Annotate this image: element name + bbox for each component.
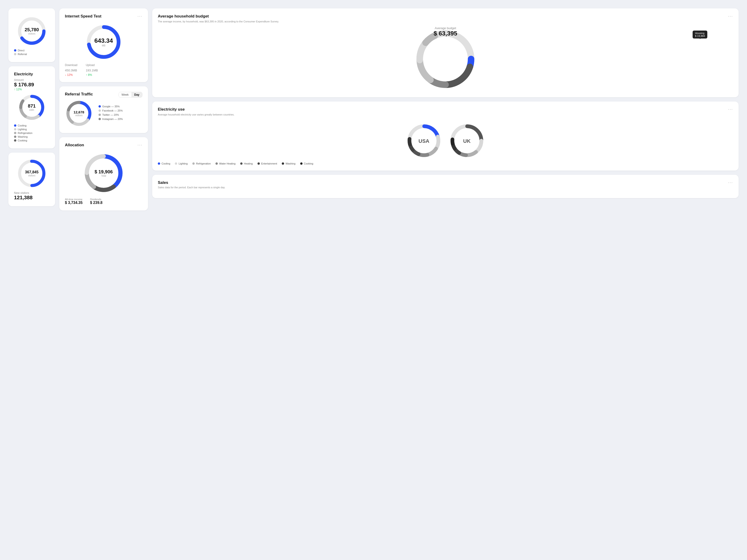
internet-card-header: Internet Speed Test ··· xyxy=(65,14,143,20)
sales-more-button[interactable]: ··· xyxy=(728,180,733,185)
budget-more-button[interactable]: ··· xyxy=(728,14,733,18)
usa-country: USA xyxy=(405,122,443,159)
electricity-legend: Cooling Lighting Refrigeration Washing C… xyxy=(14,124,50,142)
legend-water-heating: Water Heating xyxy=(215,162,235,165)
referral-header-right: Week Day xyxy=(119,92,143,98)
electricity-change: ↑ 12% xyxy=(14,88,50,91)
budget-card: Average household budget The average inc… xyxy=(152,8,739,97)
legend-elec-refrigeration: Refrigeration xyxy=(192,162,211,165)
elec-use-legend: Cooling Lighting Refrigeration Water Hea… xyxy=(158,162,733,165)
download-value: 450.3MB xyxy=(65,67,77,73)
instagram-dot xyxy=(99,118,101,120)
elec-use-title: Electricity use xyxy=(158,107,234,112)
left-column: 25,780 visitors Direct Referral Electric… xyxy=(8,8,55,211)
tab-day[interactable]: Day xyxy=(131,92,142,97)
download-label: Download xyxy=(65,63,77,67)
elec-lighting-dot xyxy=(175,162,177,165)
allocation-stats: All-time income $ 3,734.35 Dividends $ 2… xyxy=(65,198,143,205)
cooling-dot xyxy=(14,124,16,127)
legend-cooking: Cooking xyxy=(14,139,50,142)
sales-header-left: Sales Sales data for the period. Each ba… xyxy=(158,180,225,192)
legend-elec-washing: Washing xyxy=(282,162,295,165)
elec-washing-label: Washing xyxy=(285,162,295,165)
allocation-more-button[interactable]: ··· xyxy=(137,143,143,147)
washing-dot xyxy=(14,136,16,138)
housing-tooltip: Housing $ 19,884 xyxy=(693,31,707,38)
new-visitors-label: New visitors xyxy=(14,191,50,195)
budget-donut-center: Average budget $ 63,395 xyxy=(434,26,457,37)
right-column: Average household budget The average inc… xyxy=(152,8,739,211)
referral-traffic-card: Referral Traffic Week Day xyxy=(59,86,148,133)
internet-donut-svg xyxy=(85,23,122,61)
budget-title: Average household budget xyxy=(158,14,279,19)
budget-header-left: Average household budget The average inc… xyxy=(158,14,279,26)
tab-week[interactable]: Week xyxy=(119,92,131,97)
legend-washing: Washing xyxy=(14,135,50,138)
internet-speed-card: Internet Speed Test ··· 643.34 MB Downlo… xyxy=(59,8,148,82)
download-change: ↓ 12% xyxy=(65,73,77,77)
elec-cooling-dot xyxy=(158,162,160,165)
legend-twitter: Twitter — 20% xyxy=(99,113,143,116)
refrigeration-label: Refrigeration xyxy=(18,132,32,134)
heating-label: Heating xyxy=(244,162,253,165)
elec-use-header-left: Electricity use Average household electr… xyxy=(158,107,234,119)
elec-cooking-dot xyxy=(300,162,303,165)
dashboard: 25,780 visitors Direct Referral Electric… xyxy=(8,8,739,219)
allocation-card: Allocation ··· $ 19,906 Total All- xyxy=(59,137,148,211)
all-time-label: All-time income xyxy=(65,198,83,201)
budget-center-value: $ 63,395 xyxy=(434,30,457,37)
internet-more-button[interactable]: ··· xyxy=(137,14,143,18)
sales-subtitle: Sales data for the period. Each bar repr… xyxy=(158,186,225,189)
legend-elec-lighting: Lighting xyxy=(175,162,188,165)
tooltip-value: $ 19,884 xyxy=(695,34,705,37)
upload-value: 193.1MB xyxy=(86,67,98,73)
dividends-label: Dividends xyxy=(90,198,102,201)
elec-use-subtitle: Average household electricity use varies… xyxy=(158,113,234,117)
budget-subtitle: The average income, by household, was $6… xyxy=(158,20,279,24)
new-visitors-donut-wrap: 367,845 visitors xyxy=(14,158,50,189)
allocation-donut-wrap: $ 19,906 Total xyxy=(65,152,143,194)
usa-donut-svg xyxy=(405,122,443,159)
referral-title: Referral Traffic xyxy=(65,92,93,97)
uk-country: UK xyxy=(448,122,486,159)
legend-elec-cooling: Cooling xyxy=(158,162,170,165)
budget-chart-wrap: Average budget $ 63,395 Housing $ 19,884 xyxy=(158,26,733,92)
legend-entertainment: Entertainment xyxy=(257,162,277,165)
usa-donut-wrap: USA xyxy=(405,122,443,159)
tab-group: Week Day xyxy=(119,92,143,98)
legend-referral: Referral xyxy=(14,53,50,56)
middle-column: Internet Speed Test ··· 643.34 MB Downlo… xyxy=(59,8,148,211)
legend-cooling: Cooling xyxy=(14,124,50,127)
allocation-card-header: Allocation ··· xyxy=(65,143,143,149)
refrigeration-dot xyxy=(14,132,16,134)
heating-dot xyxy=(240,162,242,165)
internet-donut-wrap: 643.34 MB xyxy=(65,23,143,61)
allocation-donut-svg xyxy=(83,152,125,194)
elec-refrigeration-label: Refrigeration xyxy=(196,162,211,165)
elec-cooling-label: Cooling xyxy=(161,162,170,165)
sales-card: Sales Sales data for the period. Each ba… xyxy=(152,175,739,198)
cooking-label: Cooking xyxy=(18,139,27,142)
electricity-title: Electricity xyxy=(14,72,50,77)
legend-heating: Heating xyxy=(240,162,253,165)
electricity-donut-svg xyxy=(18,93,46,121)
budget-card-header: Average household budget The average inc… xyxy=(158,14,733,26)
legend-refrigeration: Refrigeration xyxy=(14,132,50,134)
instagram-label: Instagram — 20% xyxy=(102,117,123,121)
upload-stat: Upload 193.1MB ↑ 8% xyxy=(86,63,98,77)
google-dot xyxy=(99,105,101,108)
google-label: Google — 35% xyxy=(102,105,120,108)
dividends: Dividends $ 239.8 xyxy=(90,198,102,205)
internet-title: Internet Speed Test xyxy=(65,14,102,19)
sales-card-header: Sales Sales data for the period. Each ba… xyxy=(158,180,733,192)
direct-dot xyxy=(14,49,16,52)
referral-label: Referral xyxy=(18,53,27,56)
elec-cooking-label: Cooking xyxy=(304,162,313,165)
dividends-value: $ 239.8 xyxy=(90,201,102,205)
tooltip-label: Housing xyxy=(695,32,705,34)
upload-change: ↑ 8% xyxy=(86,73,98,77)
visitors-donut-wrap: 25,780 visitors xyxy=(14,16,50,46)
elec-use-more-button[interactable]: ··· xyxy=(728,107,733,111)
all-time-value: $ 3,734.35 xyxy=(65,201,83,205)
uk-donut-wrap: UK xyxy=(448,122,486,159)
